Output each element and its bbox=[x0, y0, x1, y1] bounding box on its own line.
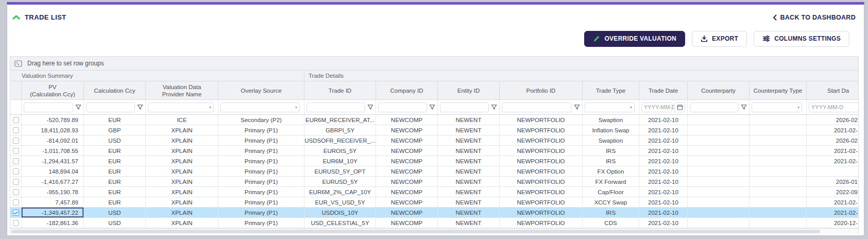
table-row[interactable]: 18,411,028.93GBPXPLAINPrimary (P1)GBRPI_… bbox=[10, 125, 859, 135]
cell-pv[interactable]: -182,861.36 bbox=[22, 218, 84, 228]
cell-entity_id[interactable]: NEWENT bbox=[438, 135, 500, 145]
cell-provider[interactable]: XPLAIN bbox=[146, 177, 218, 186]
cell-ccy[interactable]: USD bbox=[84, 218, 146, 228]
cell-start_date[interactable]: 2021-02- bbox=[807, 197, 859, 207]
cell-trade_date[interactable]: 2021-02-10 bbox=[639, 187, 688, 197]
table-row[interactable]: -1,349,457.22USDXPLAINPrimary (P1)USDOIS… bbox=[10, 208, 859, 218]
cell-overlay[interactable]: Secondary (P2) bbox=[218, 115, 304, 125]
grid-header-cell-ccy[interactable]: Calculation Ccy bbox=[84, 81, 146, 99]
table-row[interactable]: 7,457.89EURXPLAINPrimary (P1)EUR_VS_USD_… bbox=[10, 197, 859, 208]
cell-overlay[interactable]: Primary (P1) bbox=[218, 125, 304, 135]
cell-trade_id[interactable]: USDSOFR_RECEIVER_... bbox=[304, 135, 376, 145]
cell-ccy[interactable]: EUR bbox=[84, 146, 146, 156]
cell-trade_type[interactable]: FX Option bbox=[583, 166, 639, 176]
cell-entity_id[interactable]: NEWENT bbox=[438, 208, 500, 217]
table-row[interactable]: -520,789.89EURICESecondary (P2)EUR6M_REC… bbox=[10, 115, 859, 125]
cell-trade_type[interactable]: CDS bbox=[583, 218, 639, 228]
cell-trade_type[interactable]: Swaption bbox=[583, 115, 639, 125]
cell-start_date[interactable]: 2020-12- bbox=[807, 218, 859, 228]
filter-funnel-icon[interactable] bbox=[137, 104, 143, 110]
grid-header-cell-cpty_type[interactable]: Counterparty Type bbox=[750, 81, 807, 99]
filter-input-ccy[interactable] bbox=[86, 103, 135, 112]
table-row[interactable]: 148,894.04EURXPLAINPrimary (P1)EURUSD_5Y… bbox=[10, 166, 859, 177]
cell-trade_id[interactable]: EUROIS_5Y bbox=[304, 146, 376, 156]
cell-entity_id[interactable]: NEWENT bbox=[438, 187, 500, 197]
cell-trade_date[interactable]: 2021-02-10 bbox=[639, 125, 688, 135]
filter-input-portfolio_id[interactable] bbox=[502, 103, 572, 112]
cell-company_id[interactable]: NEWCOMP bbox=[376, 115, 438, 125]
cell-ccy[interactable]: GBP bbox=[84, 125, 146, 135]
filter-funnel-icon[interactable] bbox=[75, 104, 81, 110]
cell-trade_type[interactable]: FX Forward bbox=[583, 177, 639, 186]
table-row[interactable]: -1,416,677.27EURXPLAINPrimary (P1)EURUSD… bbox=[10, 177, 859, 187]
cell-counterparty[interactable] bbox=[688, 125, 750, 135]
cell-trade_id[interactable]: EUR_VS_USD_5Y bbox=[304, 197, 376, 207]
grid-header-cell-pv[interactable]: PV(Calculation Ccy) bbox=[22, 81, 84, 99]
cell-provider[interactable]: ICE bbox=[146, 115, 218, 125]
cell-trade_id[interactable]: EURUSD_5Y_OPT bbox=[304, 166, 376, 176]
filter-input-counterparty[interactable] bbox=[690, 103, 739, 112]
cell-start_date[interactable]: 2026-01 bbox=[807, 177, 859, 186]
cell-cpty_type[interactable] bbox=[750, 177, 807, 186]
cell-entity_id[interactable]: NEWENT bbox=[438, 218, 500, 228]
cell-company_id[interactable]: NEWCOMP bbox=[376, 156, 438, 166]
cell-portfolio_id[interactable]: NEWPORTFOLIO bbox=[500, 187, 583, 197]
cell-overlay[interactable]: Primary (P1) bbox=[218, 187, 304, 197]
grid-header-cell-entity_id[interactable]: Entity ID bbox=[438, 81, 500, 99]
cell-pv[interactable]: -520,789.89 bbox=[22, 115, 84, 125]
cell-portfolio_id[interactable]: NEWPORTFOLIO bbox=[500, 115, 583, 125]
cell-company_id[interactable]: NEWCOMP bbox=[376, 166, 438, 176]
cell-start_date[interactable] bbox=[807, 166, 859, 176]
grid-header-cell-start_date[interactable]: Start Da bbox=[807, 81, 859, 99]
grid-header-cell-overlay[interactable]: Overlay Source bbox=[218, 81, 304, 99]
cell-trade_id[interactable]: EUR6M_10Y bbox=[304, 156, 376, 166]
cell-provider[interactable]: XPLAIN bbox=[146, 125, 218, 135]
cell-portfolio_id[interactable]: NEWPORTFOLIO bbox=[500, 146, 583, 156]
cell-ccy[interactable]: EUR bbox=[84, 187, 146, 197]
cell-trade_id[interactable]: USDOIS_10Y bbox=[304, 208, 376, 217]
cell-start_date[interactable]: 2021-02- bbox=[807, 208, 859, 217]
cell-overlay[interactable]: Primary (P1) bbox=[218, 146, 304, 156]
cell-trade_type[interactable]: Swaption bbox=[583, 135, 639, 145]
cell-provider[interactable]: XPLAIN bbox=[146, 156, 218, 166]
cell-pv[interactable]: -1,349,457.22 bbox=[22, 208, 84, 217]
cell-provider[interactable]: XPLAIN bbox=[146, 208, 218, 217]
cell-company_id[interactable]: NEWCOMP bbox=[376, 146, 438, 156]
cell-pv[interactable]: -1,416,677.27 bbox=[22, 177, 84, 186]
cell-entity_id[interactable]: NEWENT bbox=[438, 166, 500, 176]
cell-trade_type[interactable]: Inflation Swap bbox=[583, 125, 639, 135]
cell-portfolio_id[interactable]: NEWPORTFOLIO bbox=[500, 166, 583, 176]
cell-trade_date[interactable]: 2021-02-10 bbox=[639, 135, 688, 145]
table-row[interactable]: -182,861.36USDXPLAINPrimary (P1)USD_CELE… bbox=[10, 218, 859, 228]
row-checkbox[interactable] bbox=[13, 138, 19, 144]
cell-start_date[interactable]: 2026-02 bbox=[807, 115, 859, 125]
columns-settings-button[interactable]: COLUMNS SETTINGS bbox=[754, 31, 849, 47]
cell-trade_date[interactable]: 2021-02-10 bbox=[639, 146, 688, 156]
cell-trade_date[interactable]: 2021-02-10 bbox=[639, 197, 688, 207]
filter-input-company_id[interactable] bbox=[378, 103, 427, 112]
filter-input-trade_id[interactable] bbox=[307, 103, 365, 112]
cell-cpty_type[interactable] bbox=[750, 187, 807, 197]
cell-trade_id[interactable]: GBRPI_5Y bbox=[304, 125, 376, 135]
filter-funnel-icon[interactable] bbox=[574, 104, 580, 110]
row-checkbox[interactable] bbox=[13, 127, 19, 133]
row-checkbox[interactable] bbox=[13, 179, 19, 185]
cell-company_id[interactable]: NEWCOMP bbox=[376, 125, 438, 135]
grid-header-cell-provider[interactable]: Valuation DataProvider Name bbox=[146, 81, 218, 99]
cell-overlay[interactable]: Primary (P1) bbox=[218, 166, 304, 176]
cell-pv[interactable]: -955,190.78 bbox=[22, 187, 84, 197]
cell-start_date[interactable]: 2021-02- bbox=[807, 146, 859, 156]
cell-overlay[interactable]: Primary (P1) bbox=[218, 135, 304, 145]
cell-pv[interactable]: -1,011,708.55 bbox=[22, 146, 84, 156]
cell-trade_type[interactable]: XCCY Swap bbox=[583, 197, 639, 207]
grid-header-cell-trade_id[interactable]: Trade ID bbox=[304, 81, 376, 99]
cell-portfolio_id[interactable]: NEWPORTFOLIO bbox=[500, 125, 583, 135]
cell-counterparty[interactable] bbox=[688, 146, 750, 156]
row-checkbox[interactable] bbox=[13, 199, 19, 206]
cell-entity_id[interactable]: NEWENT bbox=[438, 125, 500, 135]
grid-header-cell-trade_date[interactable]: Trade Date bbox=[639, 81, 688, 99]
cell-trade_type[interactable]: Cap/Floor bbox=[583, 187, 639, 197]
cell-cpty_type[interactable] bbox=[750, 166, 807, 176]
cell-provider[interactable]: XPLAIN bbox=[146, 218, 218, 228]
cell-portfolio_id[interactable]: NEWPORTFOLIO bbox=[500, 135, 583, 145]
